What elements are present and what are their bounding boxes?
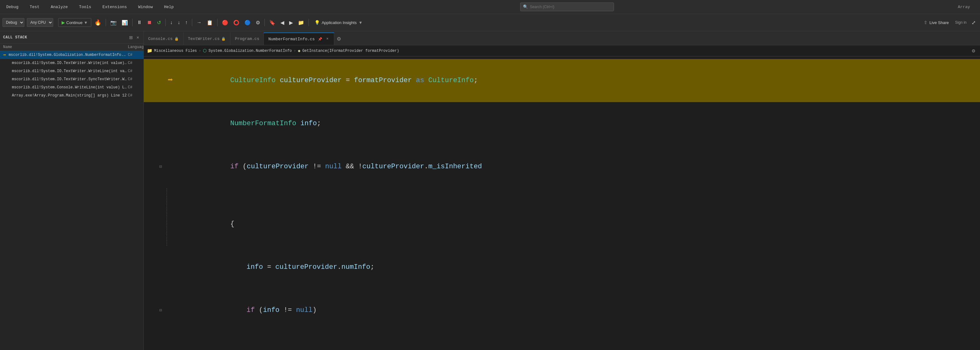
main-area: Call Stack ⊞ × Name Language ➡ mscorlib.… <box>0 31 980 350</box>
namespace-icon: 📁 <box>147 48 152 53</box>
active-frame-arrow: ➡ <box>3 52 6 58</box>
tab-pin-button[interactable]: 📌 <box>317 36 323 42</box>
conditional-breakpoint-button[interactable]: ⭕ <box>231 18 241 27</box>
code-text-3: if (cultureProvider != null && !cultureP… <box>178 145 980 188</box>
next-bookmark-button[interactable]: ▶ <box>287 18 295 27</box>
next-statement-button[interactable]: → <box>195 18 204 27</box>
app-insights-icon: 💡 <box>315 20 320 25</box>
separator-5 <box>217 19 218 26</box>
tab-numberformatinfo[interactable]: NumberFormatInfo.cs 📌 × <box>264 32 334 45</box>
tab-textwriter[interactable]: TextWriter.cs 🔒 <box>183 32 231 45</box>
stack-frame-2[interactable]: mscorlib.dll!System.IO.TextWriter.WriteL… <box>0 67 143 75</box>
platform-select[interactable]: Any CPU <box>27 18 53 27</box>
stack-frame-3[interactable]: mscorlib.dll!System.IO.TextWriter.SyncTe… <box>0 75 143 83</box>
col-name-header: Name <box>3 45 128 49</box>
show-call-stack-button[interactable]: 📋 <box>205 18 215 27</box>
numberformatinfo-tab-label: NumberFormatInfo.cs <box>268 37 315 41</box>
breadcrumb-sep-1: › <box>199 49 201 53</box>
tab-console[interactable]: Console.cs 🔒 <box>144 32 183 45</box>
editor-area: Console.cs 🔒 TextWriter.cs 🔒 Program.cs … <box>144 31 980 350</box>
breadcrumb-method[interactable]: GetInstance(IFormatProvider formatProvid… <box>302 49 399 53</box>
debug-config-button[interactable]: ⚙ <box>254 18 262 27</box>
continue-dropdown-icon: ▼ <box>84 20 88 25</box>
prev-bookmark-button[interactable]: ◀ <box>278 18 286 27</box>
menu-test[interactable]: Test <box>27 3 42 11</box>
app-insights-dropdown: ▼ <box>358 20 363 25</box>
breadcrumb-class[interactable]: System.Globalization.NumberFormatInfo <box>208 49 292 53</box>
tab-program[interactable]: Program.cs <box>231 32 264 45</box>
bookmark-button[interactable]: 🔖 <box>267 18 277 27</box>
step-into-button[interactable]: ↓ <box>176 18 182 27</box>
call-stack-panel: Call Stack ⊞ × Name Language ➡ mscorlib.… <box>0 31 144 350</box>
tab-bar: Console.cs 🔒 TextWriter.cs 🔒 Program.cs … <box>144 31 980 45</box>
breadcrumb-settings-button[interactable]: ⚙ <box>970 48 977 54</box>
pin-panel-button[interactable]: ⊞ <box>128 34 134 41</box>
bookmark-folder-button[interactable]: 📁 <box>296 18 306 27</box>
menu-window[interactable]: Window <box>136 3 155 11</box>
code-line-6: ⊟ if (info != null) <box>144 289 980 332</box>
stack-frame-name-5: Array.exe!Array.Program.Main(string[] ar… <box>3 93 128 98</box>
stack-frame-0[interactable]: ➡ mscorlib.dll!System.Globalization.Numb… <box>0 51 143 59</box>
textwriter-tab-label: TextWriter.cs <box>188 36 220 41</box>
method-icon: ◆ <box>298 48 301 53</box>
live-share-icon: ⇧ <box>924 20 928 25</box>
toolbar: Debug Any CPU ▶ Continue ▼ 🔥 📷 📊 ⏸ ⏹ ↺ ↓… <box>0 14 980 31</box>
console-tab-lock-icon: 🔒 <box>175 37 179 41</box>
debug-mode-select[interactable]: Debug <box>3 18 24 27</box>
hot-reload-button[interactable]: 🔥 <box>92 18 103 27</box>
code-text-6: if (info != null) <box>178 289 980 332</box>
stack-frame-lang-5: C# <box>128 93 140 98</box>
stack-frame-lang-2: C# <box>128 69 140 73</box>
performance-profiler-button[interactable]: 📊 <box>120 18 130 27</box>
app-insights-button[interactable]: 💡 Application Insights ▼ <box>311 18 366 27</box>
menu-analyze[interactable]: Analyze <box>48 3 70 11</box>
stack-frame-name-0: mscorlib.dll!System.Globalization.Number… <box>9 53 128 57</box>
program-tab-label: Program.cs <box>235 36 259 41</box>
restart-button[interactable]: ↺ <box>155 18 163 27</box>
continue-button[interactable]: ▶ Continue ▼ <box>58 18 91 27</box>
stack-frame-4[interactable]: mscorlib.dll!System.Console.WriteLine(in… <box>0 83 143 92</box>
call-stack-header: Call Stack ⊞ × <box>0 31 143 44</box>
textwriter-tab-lock-icon: 🔒 <box>221 37 226 41</box>
debug-arrow: ➡ <box>162 73 178 88</box>
menu-debug[interactable]: Debug <box>4 3 21 11</box>
stack-frame-name-3: mscorlib.dll!System.IO.TextWriter.SyncTe… <box>3 77 128 81</box>
step-over-button[interactable]: ↓ <box>168 18 175 27</box>
pause-button[interactable]: ⏸ <box>135 18 144 27</box>
live-share-button[interactable]: ⇧ Live Share <box>921 18 952 27</box>
code-area[interactable]: ➡ CultureInfo cultureProvider = formatPr… <box>144 57 980 350</box>
call-stack-title: Call Stack <box>3 35 27 40</box>
menu-help[interactable]: Help <box>162 3 176 11</box>
expand-button[interactable]: ⤢ <box>970 18 977 27</box>
menu-tools[interactable]: Tools <box>76 3 94 11</box>
tab-scroll-button[interactable]: ⚙ <box>334 32 344 45</box>
separator-6 <box>264 19 265 26</box>
class-icon: ⬡ <box>203 48 207 53</box>
breakpoints-button[interactable]: 🔴 <box>220 18 230 27</box>
breadcrumb-bar: 📁 Miscellaneous Files › ⬡ System.Globali… <box>144 45 980 57</box>
stack-frame-1[interactable]: mscorlib.dll!System.IO.TextWriter.Write(… <box>0 59 143 67</box>
tab-close-button[interactable]: × <box>325 36 329 41</box>
stop-button[interactable]: ⏹ <box>145 18 154 27</box>
sign-in-button[interactable]: Sign in <box>953 18 969 27</box>
code-line-1: ➡ CultureInfo cultureProvider = formatPr… <box>144 59 980 102</box>
collapse-if-2[interactable]: ⊟ <box>159 303 162 318</box>
separator-7 <box>309 19 309 26</box>
close-panel-button[interactable]: × <box>135 34 140 41</box>
stack-frame-5[interactable]: Array.exe!Array.Program.Main(string[] ar… <box>0 92 143 100</box>
breadcrumb-namespace[interactable]: Miscellaneous Files <box>154 49 197 53</box>
search-input[interactable] <box>530 5 611 9</box>
separator-1 <box>106 19 106 26</box>
stack-frame-lang-0: C# <box>128 53 140 57</box>
code-text-4: { <box>178 188 980 246</box>
menu-extensions[interactable]: Extensions <box>100 3 129 11</box>
code-content: ➡ CultureInfo cultureProvider = formatPr… <box>144 57 980 350</box>
tracepoint-button[interactable]: 🔵 <box>243 18 253 27</box>
code-text-2: NumberFormatInfo info; <box>178 102 980 145</box>
collapse-if-1[interactable]: ⊟ <box>159 160 162 174</box>
code-line-3: ⊟ if (cultureProvider != null && !cultur… <box>144 145 980 188</box>
step-out-button[interactable]: ↑ <box>183 18 189 27</box>
project-name: Array <box>958 5 970 10</box>
snap-to-code-button[interactable]: 📷 <box>108 18 118 27</box>
search-icon: 🔍 <box>523 5 528 10</box>
